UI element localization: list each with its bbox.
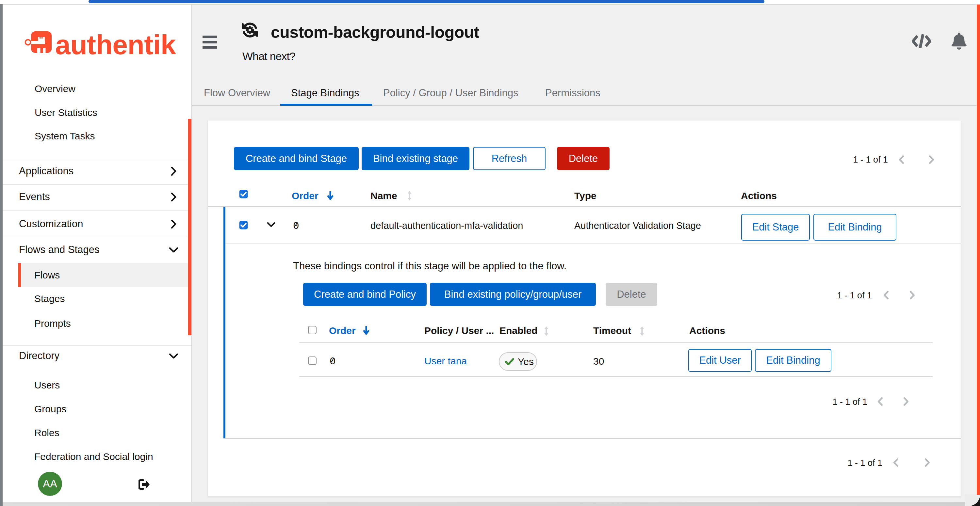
svg-text:authentik: authentik: [55, 29, 176, 59]
